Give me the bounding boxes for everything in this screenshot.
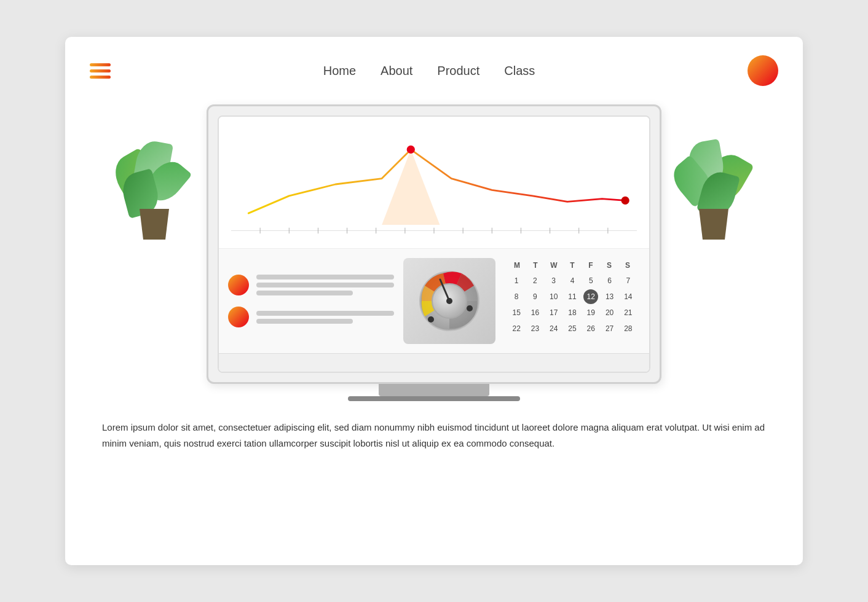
cal-day[interactable]: 17 <box>546 305 561 320</box>
svg-point-16 <box>621 197 629 205</box>
list-panel <box>228 258 394 344</box>
main-card: Home About Product Class <box>65 37 803 565</box>
cal-header-f: F <box>582 261 600 270</box>
pot-right <box>695 209 732 240</box>
cal-header-t: T <box>526 261 545 270</box>
nav-home[interactable]: Home <box>323 64 356 78</box>
cal-day[interactable]: 16 <box>527 305 542 320</box>
cal-day[interactable]: 9 <box>527 289 542 304</box>
pot-left <box>136 209 173 240</box>
cal-header-t2: T <box>563 261 582 270</box>
plant-right <box>674 141 754 240</box>
cal-day[interactable]: 28 <box>621 321 636 336</box>
cal-day[interactable]: 19 <box>583 305 598 320</box>
monitor-footer-bar <box>219 353 649 372</box>
cal-day[interactable]: 24 <box>546 321 561 336</box>
footer-text: Lorem ipsum dolor sit amet, consectetuer… <box>90 420 778 451</box>
gauge-panel <box>403 258 495 344</box>
gauge-chart <box>412 264 486 338</box>
svg-marker-14 <box>382 149 440 225</box>
dashboard-wrapper: M T W T F S S 1 2 <box>90 104 778 401</box>
svg-point-15 <box>407 146 415 154</box>
cal-day[interactable]: 18 <box>565 305 580 320</box>
monitor-screen: M T W T F S S 1 2 <box>218 115 650 373</box>
cal-day[interactable]: 7 <box>621 273 636 288</box>
hamburger-line-2 <box>90 69 111 72</box>
plant-leaves-right <box>677 141 751 215</box>
cal-day[interactable]: 5 <box>583 273 598 288</box>
list-item-1 <box>228 275 394 295</box>
item-dot-2 <box>228 307 249 327</box>
item-line <box>256 311 394 316</box>
cal-header-m: M <box>508 261 526 270</box>
monitor-base <box>348 396 520 401</box>
cal-day[interactable]: 13 <box>602 289 617 304</box>
plant-left <box>114 141 194 240</box>
cal-header-s2: S <box>618 261 637 270</box>
item-line <box>256 275 394 280</box>
hamburger-line-3 <box>90 76 111 79</box>
svg-point-19 <box>428 316 434 322</box>
cal-day[interactable]: 3 <box>546 273 561 288</box>
plant-leaves-left <box>117 141 191 215</box>
bottom-section: M T W T F S S 1 2 <box>219 249 649 353</box>
item-lines-2 <box>256 311 394 324</box>
cal-day[interactable]: 11 <box>565 289 580 304</box>
cal-day[interactable]: 25 <box>565 321 580 336</box>
cal-day[interactable]: 15 <box>509 305 524 320</box>
hamburger-menu[interactable] <box>90 63 111 79</box>
monitor-container: M T W T F S S 1 2 <box>207 104 661 401</box>
cal-day[interactable]: 4 <box>565 273 580 288</box>
cal-day[interactable]: 20 <box>602 305 617 320</box>
nav-class[interactable]: Class <box>504 64 535 78</box>
item-lines-1 <box>256 275 394 295</box>
item-line <box>256 291 353 295</box>
cal-day[interactable]: 26 <box>583 321 598 336</box>
hamburger-line-1 <box>90 63 111 66</box>
list-item-2 <box>228 307 394 327</box>
svg-point-20 <box>467 305 473 311</box>
header: Home About Product Class <box>90 55 778 86</box>
cal-day[interactable]: 8 <box>509 289 524 304</box>
chart-area <box>219 117 649 249</box>
cal-day-today[interactable]: 12 <box>583 289 598 304</box>
calendar-grid: 1 2 3 4 5 6 7 8 9 10 11 <box>508 273 637 336</box>
cal-day[interactable]: 22 <box>509 321 524 336</box>
cal-day[interactable]: 27 <box>602 321 617 336</box>
monitor-stand <box>379 384 489 396</box>
item-dot-1 <box>228 275 249 295</box>
cal-day[interactable]: 23 <box>527 321 542 336</box>
brand-circle <box>748 55 778 86</box>
cal-header-s: S <box>600 261 618 270</box>
svg-point-22 <box>446 298 452 304</box>
monitor: M T W T F S S 1 2 <box>207 104 661 384</box>
cal-day[interactable]: 10 <box>546 289 561 304</box>
main-nav: Home About Product Class <box>323 64 535 78</box>
cal-day[interactable]: 2 <box>527 273 542 288</box>
cal-day[interactable]: 1 <box>509 273 524 288</box>
item-line <box>256 283 394 287</box>
nav-about[interactable]: About <box>381 64 412 78</box>
calendar-header: M T W T F S S <box>508 261 637 270</box>
nav-product[interactable]: Product <box>437 64 479 78</box>
line-chart <box>231 129 637 240</box>
cal-day[interactable]: 21 <box>621 305 636 320</box>
calendar-panel: M T W T F S S 1 2 <box>505 258 640 344</box>
cal-day[interactable]: 6 <box>602 273 617 288</box>
item-line <box>256 319 353 324</box>
cal-header-w: W <box>545 261 563 270</box>
cal-day[interactable]: 14 <box>621 289 636 304</box>
